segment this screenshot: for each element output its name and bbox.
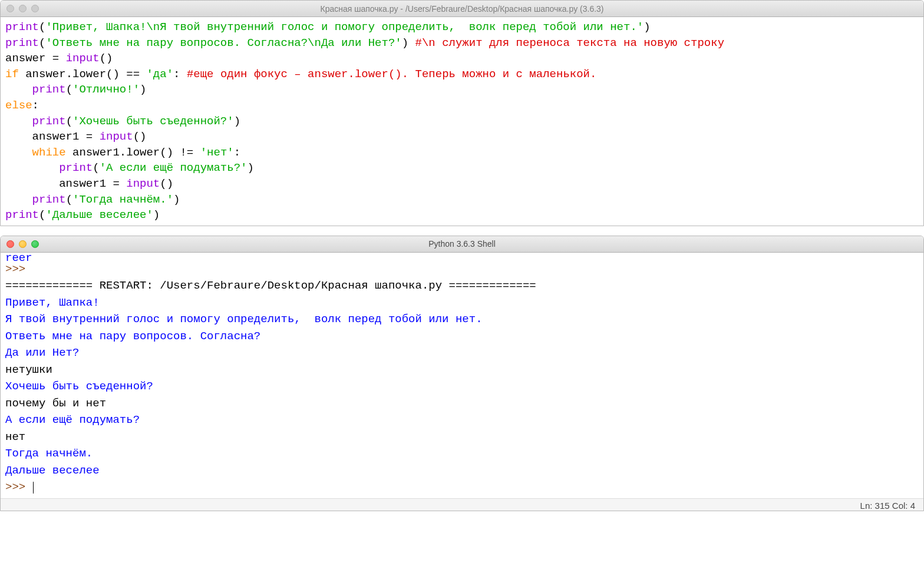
code-token: input [100,130,133,143]
code-token: answer1 = [32,130,100,143]
code-string: 'нет' [200,146,234,159]
code-string: 'Ответь мне на пару вопросов. Согласна?\… [45,37,401,49]
user-input: почему бы и нет [5,397,106,410]
code-token: print [32,83,66,96]
maximize-icon[interactable] [31,5,39,12]
code-token: print [5,37,39,49]
shell-prompt: >>> [5,481,32,494]
status-bar: Ln: 315 Col: 4 [1,498,923,511]
editor-titlebar[interactable]: Красная шапочка.py - /Users/Febraure/Des… [1,1,923,17]
code-token: answer1.lower() != [66,146,200,159]
code-token: print [59,161,93,174]
program-output: Да или Нет? [5,346,79,359]
code-token: answer1 = [59,177,126,190]
code-string: 'да' [146,68,173,81]
close-icon[interactable] [6,5,14,12]
program-output: Привет, Шапка! [5,296,100,309]
maximize-icon[interactable] [31,240,39,248]
code-string: 'А если ещё подумать?' [100,161,248,174]
user-input: нетушки [5,363,52,376]
code-token: input [126,177,160,190]
code-token: print [5,21,39,34]
restart-line: ============= RESTART: /Users/Febraure/D… [5,279,536,292]
program-output: Тогда начнём. [5,447,93,460]
code-token: print [5,208,39,221]
code-editor[interactable]: print('Привет, Шапка!\nЯ твой внутренний… [1,17,923,226]
truncated-line: reer [5,255,919,261]
code-comment: #\n служит для переноса текста на новую … [415,37,725,49]
code-string: 'Отлично!' [72,83,140,96]
code-token: () [133,130,147,143]
traffic-lights [6,5,39,12]
program-output: Хочешь быть съеденной? [5,380,153,393]
code-token: answer.lower() == [19,68,147,81]
minimize-icon[interactable] [19,240,27,248]
close-icon[interactable] [6,240,14,248]
code-token: : [234,146,240,159]
code-keyword: if [5,68,19,81]
program-output: Ответь мне на пару вопросов. Согласна? [5,330,260,343]
program-output: Я твой внутренний голос и помогу определ… [5,313,483,326]
code-token: answer = [5,52,66,65]
code-keyword: else [5,99,32,112]
code-comment: #еще один фокус – answer.lower(). Теперь… [187,68,597,81]
program-output: Дальше веселее [5,464,100,477]
code-string: 'Привет, Шапка!\nЯ твой внутренний голос… [45,21,644,34]
minimize-icon[interactable] [19,5,27,12]
traffic-lights [6,240,39,248]
code-string: 'Хочешь быть съеденной?' [72,115,234,128]
code-keyword: while [32,146,66,159]
code-string: 'Дальше веселее' [45,208,153,221]
code-token: print [32,193,66,206]
shell-titlebar[interactable]: Python 3.6.3 Shell [1,236,923,253]
user-input: нет [5,430,25,443]
code-token: () [100,52,113,65]
cursor-icon [33,482,34,494]
code-token: : [32,99,39,112]
code-string: 'Тогда начнём.' [72,193,173,206]
editor-title: Красная шапочка.py - /Users/Febraure/Des… [320,4,603,14]
editor-window: Красная шапочка.py - /Users/Febraure/Des… [0,0,924,226]
code-token: print [32,115,66,128]
shell-window: Python 3.6.3 Shell reer>>> =============… [0,236,924,511]
shell-output[interactable]: reer>>> ============= RESTART: /Users/Fe… [1,253,923,498]
code-token: input [66,52,100,65]
code-token: : [173,68,187,81]
code-token: () [160,177,173,190]
program-output: А если ещё подумать? [5,413,140,426]
shell-title: Python 3.6.3 Shell [428,239,496,249]
shell-prompt: >>> [5,263,32,276]
